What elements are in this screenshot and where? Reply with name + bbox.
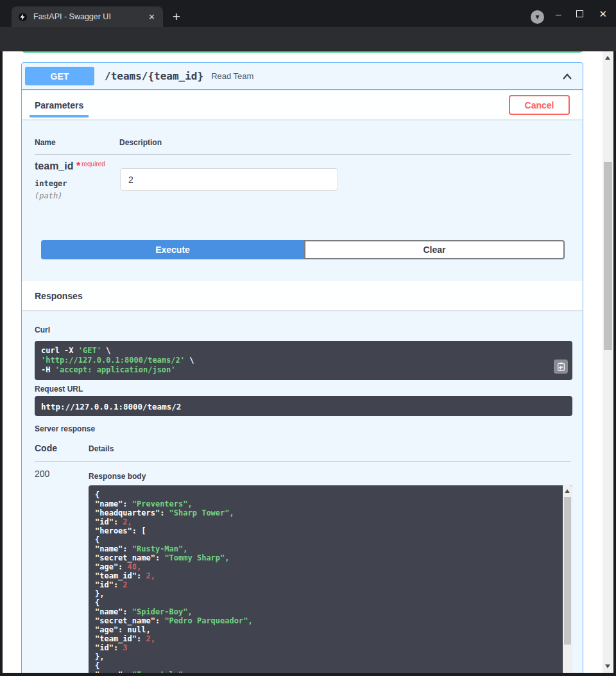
method-badge[interactable]: GET xyxy=(25,67,94,85)
parameter-type: integer xyxy=(35,179,67,188)
request-url-label: Request URL xyxy=(35,385,83,394)
browser-tab-bar: FastAPI - Swagger UI ✕ + ▾ – ✕ xyxy=(0,0,616,27)
status-code: 200 xyxy=(35,469,49,479)
window-controls: – ✕ xyxy=(556,9,607,19)
tab-search-icon[interactable]: ▾ xyxy=(531,10,544,24)
clear-button[interactable]: Clear xyxy=(304,240,565,259)
request-url-value: http://127.0.0.1:8000/teams/2 xyxy=(35,396,572,416)
tab-close-icon[interactable]: ✕ xyxy=(146,12,158,22)
copy-to-clipboard-button[interactable] xyxy=(554,360,568,374)
cancel-button[interactable]: Cancel xyxy=(509,95,570,115)
curl-command: curl -X 'GET' \ 'http://127.0.0.1:8000/t… xyxy=(35,341,572,380)
responses-header: Responses xyxy=(22,281,583,310)
response-body-label: Response body xyxy=(89,472,146,481)
collapse-chevron-icon[interactable] xyxy=(562,73,572,80)
page-scroll-down-icon[interactable] xyxy=(605,664,610,668)
response-body-json: { "name": "Preventers", "headquarters": … xyxy=(95,490,557,673)
browser-window: FastAPI - Swagger UI ✕ + ▾ – ✕ ⓘ 127.0.0… xyxy=(0,0,616,676)
description-column-header: Description xyxy=(119,138,162,147)
minimize-button[interactable]: – xyxy=(556,9,561,19)
parameter-name-text: team_id xyxy=(35,160,73,171)
window-close-button[interactable]: ✕ xyxy=(599,9,607,19)
scroll-up-arrow-icon[interactable] xyxy=(565,489,570,493)
page-scroll-thumb[interactable] xyxy=(604,162,612,350)
response-table-divider xyxy=(35,461,571,462)
required-label: required xyxy=(81,160,105,168)
new-tab-button[interactable]: + xyxy=(168,8,185,25)
previous-opblock-edge xyxy=(21,51,583,53)
tab-parameters[interactable]: Parameters xyxy=(35,100,83,110)
get-opblock: GET /teams/{team_id} Read Team Parameter… xyxy=(21,62,583,673)
parameters-header: Parameters Cancel xyxy=(22,91,583,119)
page-scrollbar[interactable] xyxy=(603,51,613,673)
tab-title: FastAPI - Swagger UI xyxy=(33,12,146,21)
opblock-summary[interactable]: GET /teams/{team_id} Read Team xyxy=(22,63,583,90)
page-scroll-up-icon[interactable] xyxy=(605,56,610,60)
browser-tab[interactable]: FastAPI - Swagger UI ✕ xyxy=(12,6,163,27)
endpoint-summary: Read Team xyxy=(211,71,253,81)
table-divider xyxy=(35,154,571,155)
maximize-button[interactable] xyxy=(576,10,583,17)
parameter-name: team_id *required xyxy=(35,160,105,172)
response-body-scrollbar[interactable] xyxy=(563,485,572,673)
team-id-input[interactable] xyxy=(120,168,338,191)
server-response-label: Server response xyxy=(35,424,95,433)
swagger-page: GET /teams/{team_id} Read Team Parameter… xyxy=(3,51,603,673)
details-column-header: Details xyxy=(89,444,114,453)
browser-toolbar: ⓘ 127.0.0.1:8000/docs#/default/read_team… xyxy=(0,27,616,51)
response-body-scroll-thumb[interactable] xyxy=(564,497,571,645)
clipboard-icon xyxy=(557,362,565,371)
required-star: * xyxy=(76,160,80,171)
responses-title: Responses xyxy=(35,291,83,301)
code-column-header: Code xyxy=(35,443,57,453)
execute-row: Execute Clear xyxy=(41,240,565,259)
execute-button[interactable]: Execute xyxy=(41,240,304,259)
fastapi-favicon-icon xyxy=(18,12,28,22)
name-column-header: Name xyxy=(35,138,56,147)
curl-label: Curl xyxy=(35,325,50,334)
endpoint-path: /teams/{team_id} xyxy=(105,70,203,82)
parameter-location: (path) xyxy=(35,191,62,200)
response-body-block: { "name": "Preventers", "headquarters": … xyxy=(89,485,572,673)
